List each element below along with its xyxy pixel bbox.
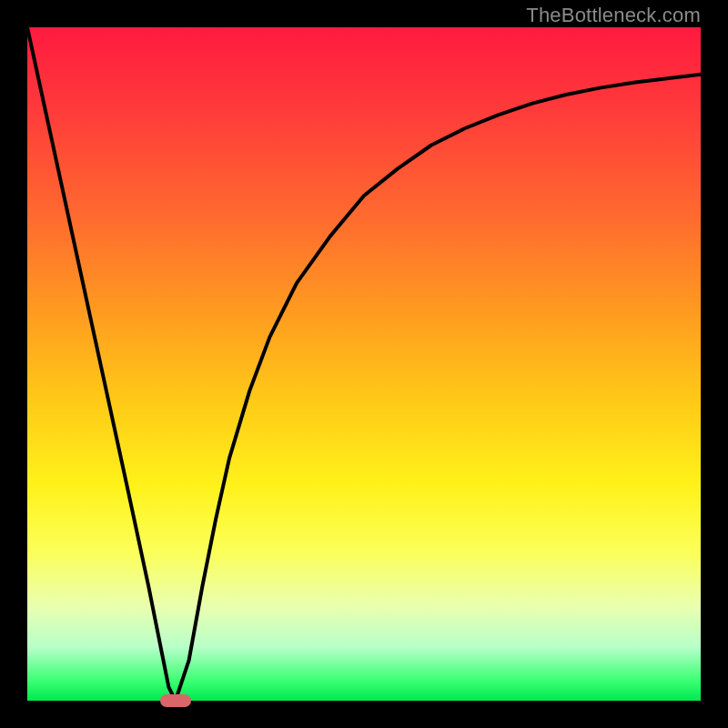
plot-area [27, 27, 701, 701]
curve-svg [27, 27, 701, 701]
bottleneck-curve [27, 27, 701, 701]
chart-frame: TheBottleneck.com [0, 0, 728, 728]
minimum-marker [160, 694, 191, 707]
watermark-text: TheBottleneck.com [526, 4, 701, 27]
